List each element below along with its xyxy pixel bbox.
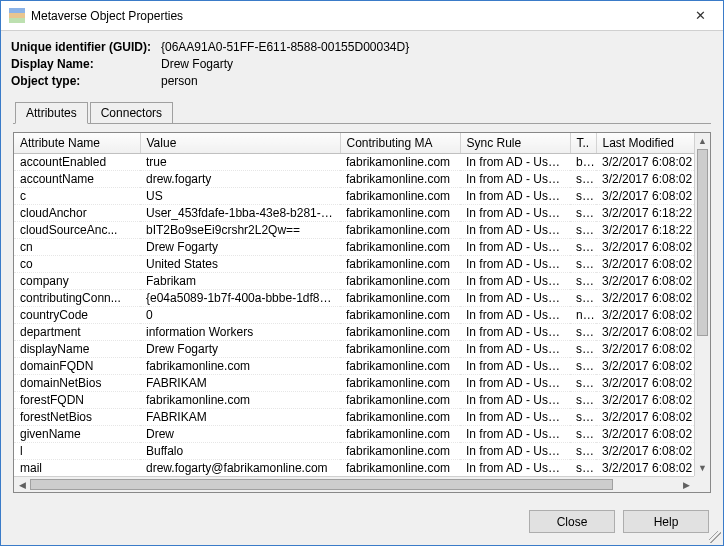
- table-row[interactable]: coUnited Statesfabrikamonline.comIn from…: [14, 256, 694, 273]
- table-row[interactable]: domainFQDNfabrikamonline.comfabrikamonli…: [14, 358, 694, 375]
- cell-name: cn: [14, 239, 140, 256]
- object-type-value: person: [161, 73, 198, 90]
- cell-rule: In from AD - User ...: [460, 392, 570, 409]
- table-row[interactable]: contributingConn...{e04a5089-1b7f-400a-b…: [14, 290, 694, 307]
- table-row[interactable]: accountNamedrew.fogartyfabrikamonline.co…: [14, 171, 694, 188]
- cell-t: s...: [570, 443, 596, 460]
- cell-ma: fabrikamonline.com: [340, 460, 460, 477]
- cell-rule: In from AD - User ...: [460, 409, 570, 426]
- col-t[interactable]: T..: [570, 133, 596, 154]
- table-row[interactable]: forestFQDNfabrikamonline.comfabrikamonli…: [14, 392, 694, 409]
- cell-ma: fabrikamonline.com: [340, 375, 460, 392]
- cell-mod: 3/2/2017 6:08:02 AM: [596, 375, 694, 392]
- cell-name: displayName: [14, 341, 140, 358]
- table-row[interactable]: cloudAnchorUser_453fdafe-1bba-43e8-b281-…: [14, 205, 694, 222]
- cell-name: contributingConn...: [14, 290, 140, 307]
- table-row[interactable]: maildrew.fogarty@fabrikamonline.comfabri…: [14, 460, 694, 477]
- close-button[interactable]: Close: [529, 510, 615, 533]
- titlebar: Metaverse Object Properties ✕: [1, 1, 723, 31]
- cell-value: US: [140, 188, 340, 205]
- cell-mod: 3/2/2017 6:08:02 AM: [596, 239, 694, 256]
- window-close-button[interactable]: ✕: [678, 1, 723, 30]
- table-row[interactable]: cnDrew Fogartyfabrikamonline.comIn from …: [14, 239, 694, 256]
- table-row[interactable]: forestNetBiosFABRIKAMfabrikamonline.comI…: [14, 409, 694, 426]
- cell-t: s...: [570, 188, 596, 205]
- scroll-left-icon[interactable]: ◀: [14, 477, 30, 492]
- guid-value: {06AA91A0-51FF-E611-8588-00155D00034D}: [161, 39, 409, 56]
- cell-value: information Workers: [140, 324, 340, 341]
- col-sync-rule[interactable]: Sync Rule: [460, 133, 570, 154]
- cell-value: fabrikamonline.com: [140, 358, 340, 375]
- vscroll-track[interactable]: [695, 149, 710, 460]
- table-row[interactable]: lBuffalofabrikamonline.comIn from AD - U…: [14, 443, 694, 460]
- table-row[interactable]: departmentinformation Workersfabrikamonl…: [14, 324, 694, 341]
- cell-mod: 3/2/2017 6:18:22 AM: [596, 205, 694, 222]
- cell-rule: In from AD - User ...: [460, 273, 570, 290]
- cell-ma: fabrikamonline.com: [340, 409, 460, 426]
- cell-value: 0: [140, 307, 340, 324]
- window-title: Metaverse Object Properties: [31, 9, 678, 23]
- cell-name: mail: [14, 460, 140, 477]
- cell-name: accountName: [14, 171, 140, 188]
- cell-value: United States: [140, 256, 340, 273]
- cell-mod: 3/2/2017 6:08:02 AM: [596, 324, 694, 341]
- cell-rule: In from AD - User ...: [460, 239, 570, 256]
- grid-scrollwrap: Attribute Name Value Contributing MA Syn…: [14, 133, 694, 476]
- col-attribute-name[interactable]: Attribute Name: [14, 133, 140, 154]
- col-contributing-ma[interactable]: Contributing MA: [340, 133, 460, 154]
- scroll-up-icon[interactable]: ▲: [695, 133, 710, 149]
- cell-value: drew.fogarty: [140, 171, 340, 188]
- table-row[interactable]: givenNameDrewfabrikamonline.comIn from A…: [14, 426, 694, 443]
- cell-t: s...: [570, 324, 596, 341]
- cell-t: s...: [570, 205, 596, 222]
- col-last-modified[interactable]: Last Modified: [596, 133, 694, 154]
- cell-ma: fabrikamonline.com: [340, 273, 460, 290]
- cell-ma: fabrikamonline.com: [340, 256, 460, 273]
- table-row[interactable]: companyFabrikamfabrikamonline.comIn from…: [14, 273, 694, 290]
- table-row[interactable]: displayNameDrew Fogartyfabrikamonline.co…: [14, 341, 694, 358]
- cell-rule: In from AD - User ...: [460, 341, 570, 358]
- hscroll-thumb[interactable]: [30, 479, 613, 490]
- table-row[interactable]: cloudSourceAnc...bIT2Bo9seEi9crshr2L2Qw=…: [14, 222, 694, 239]
- cell-name: givenName: [14, 426, 140, 443]
- cell-t: s...: [570, 290, 596, 307]
- vertical-scrollbar[interactable]: ▲ ▼: [694, 133, 710, 476]
- scroll-right-icon[interactable]: ▶: [678, 477, 694, 492]
- cell-value: FABRIKAM: [140, 409, 340, 426]
- cell-mod: 3/2/2017 6:08:02 AM: [596, 256, 694, 273]
- col-value[interactable]: Value: [140, 133, 340, 154]
- cell-rule: In from AD - User ...: [460, 188, 570, 205]
- cell-t: n...: [570, 307, 596, 324]
- cell-name: countryCode: [14, 307, 140, 324]
- cell-mod: 3/2/2017 6:08:02 AM: [596, 409, 694, 426]
- hscroll-track[interactable]: [30, 477, 678, 492]
- horizontal-scrollbar[interactable]: ◀ ▶: [14, 476, 694, 492]
- cell-mod: 3/2/2017 6:18:22 AM: [596, 222, 694, 239]
- scroll-down-icon[interactable]: ▼: [695, 460, 710, 476]
- cell-name: company: [14, 273, 140, 290]
- table-row[interactable]: countryCode0fabrikamonline.comIn from AD…: [14, 307, 694, 324]
- vscroll-thumb[interactable]: [697, 149, 708, 336]
- tab-connectors[interactable]: Connectors: [90, 102, 173, 124]
- display-name-label: Display Name:: [11, 56, 161, 73]
- cell-mod: 3/2/2017 6:08:02 AM: [596, 392, 694, 409]
- cell-rule: In from AD - User ...: [460, 426, 570, 443]
- cell-name: l: [14, 443, 140, 460]
- table-row[interactable]: accountEnabledtruefabrikamonline.comIn f…: [14, 154, 694, 171]
- cell-t: s...: [570, 358, 596, 375]
- cell-t: s...: [570, 222, 596, 239]
- cell-ma: fabrikamonline.com: [340, 358, 460, 375]
- cell-rule: In from AD - User ...: [460, 443, 570, 460]
- cell-value: Drew Fogarty: [140, 341, 340, 358]
- table-row[interactable]: cUSfabrikamonline.comIn from AD - User .…: [14, 188, 694, 205]
- cell-mod: 3/2/2017 6:08:02 AM: [596, 154, 694, 171]
- help-button[interactable]: Help: [623, 510, 709, 533]
- cell-ma: fabrikamonline.com: [340, 392, 460, 409]
- table-row[interactable]: domainNetBiosFABRIKAMfabrikamonline.comI…: [14, 375, 694, 392]
- tab-attributes[interactable]: Attributes: [15, 102, 88, 124]
- cell-mod: 3/2/2017 6:08:02 AM: [596, 307, 694, 324]
- cell-name: accountEnabled: [14, 154, 140, 171]
- cell-mod: 3/2/2017 6:08:02 AM: [596, 341, 694, 358]
- cell-ma: fabrikamonline.com: [340, 188, 460, 205]
- cell-value: FABRIKAM: [140, 375, 340, 392]
